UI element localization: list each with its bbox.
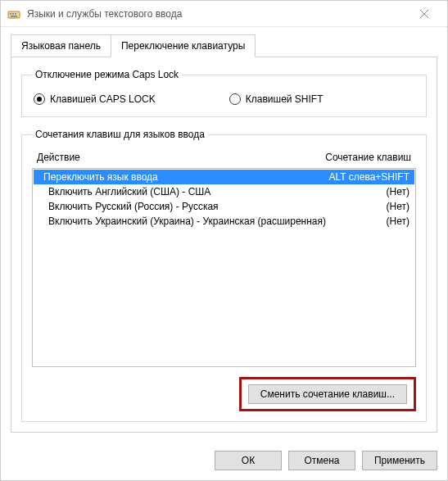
header-shortcut: Сочетание клавиш xyxy=(325,152,411,163)
cell-action: Включить Английский (США) - США xyxy=(38,186,380,197)
app-icon xyxy=(7,7,20,20)
radio-shift[interactable]: Клавишей SHIFT xyxy=(229,93,324,105)
svg-rect-4 xyxy=(11,16,17,17)
radio-icon xyxy=(229,93,241,105)
cell-shortcut: (Нет) xyxy=(380,186,410,197)
radio-shift-label: Клавишей SHIFT xyxy=(246,93,324,105)
capslock-group: Отключение режима Caps Lock Клавишей CAP… xyxy=(21,69,427,117)
list-row[interactable]: Включить Украинский (Украина) - Украинск… xyxy=(34,214,414,229)
list-header: Действие Сочетание клавиш xyxy=(32,148,416,168)
dialog-window: Языки и службы текстового ввода Языковая… xyxy=(0,0,448,481)
ok-button[interactable]: ОК xyxy=(215,451,282,470)
close-icon xyxy=(420,10,428,18)
change-button-row: Сменить сочетание клавиш... xyxy=(32,377,416,411)
window-title: Языки и службы текстового ввода xyxy=(27,8,408,20)
capslock-radio-row: Клавишей CAPS LOCK Клавишей SHIFT xyxy=(32,88,416,107)
hotkeys-group: Сочетания клавиш для языков ввода Действ… xyxy=(21,129,427,422)
tab-strip: Языковая панель Переключение клавиатуры xyxy=(11,34,437,57)
svg-rect-2 xyxy=(12,13,14,15)
apply-button[interactable]: Применить xyxy=(362,451,437,470)
hotkeys-legend: Сочетания клавиш для языков ввода xyxy=(32,129,208,140)
cell-shortcut: (Нет) xyxy=(380,216,410,227)
cell-action: Переключить язык ввода xyxy=(38,171,323,183)
radio-icon xyxy=(34,93,45,105)
dialog-body: Языковая панель Переключение клавиатуры … xyxy=(1,27,447,442)
svg-rect-0 xyxy=(8,11,20,18)
cell-action: Включить Русский (Россия) - Русская xyxy=(38,201,380,212)
svg-rect-1 xyxy=(10,13,11,15)
capslock-legend: Отключение режима Caps Lock xyxy=(32,69,182,80)
titlebar: Языки и службы текстового ввода xyxy=(1,1,447,27)
list-row[interactable]: Включить Английский (США) - США (Нет) xyxy=(34,184,414,199)
close-button[interactable] xyxy=(408,2,441,25)
highlight-frame: Сменить сочетание клавиш... xyxy=(239,377,416,411)
cell-action: Включить Украинский (Украина) - Украинск… xyxy=(38,216,380,227)
tab-keyboard-switch[interactable]: Переключение клавиатуры xyxy=(111,34,256,57)
svg-rect-3 xyxy=(15,13,16,15)
tab-panel: Отключение режима Caps Lock Клавишей CAP… xyxy=(11,57,437,433)
dialog-footer: ОК Отмена Применить xyxy=(1,442,447,480)
radio-capslock-label: Клавишей CAPS LOCK xyxy=(50,93,156,105)
cell-shortcut: (Нет) xyxy=(380,201,410,212)
cell-shortcut: ALT слева+SHIFT xyxy=(323,171,410,183)
list-row[interactable]: Переключить язык ввода ALT слева+SHIFT xyxy=(34,170,414,184)
hotkeys-listbox[interactable]: Переключить язык ввода ALT слева+SHIFT В… xyxy=(32,168,416,367)
list-row[interactable]: Включить Русский (Россия) - Русская (Нет… xyxy=(34,199,414,214)
cancel-button[interactable]: Отмена xyxy=(288,451,355,470)
radio-capslock[interactable]: Клавишей CAPS LOCK xyxy=(34,93,156,105)
change-shortcut-button[interactable]: Сменить сочетание клавиш... xyxy=(248,384,407,404)
header-action: Действие xyxy=(37,152,325,163)
tab-language-bar[interactable]: Языковая панель xyxy=(11,34,111,57)
